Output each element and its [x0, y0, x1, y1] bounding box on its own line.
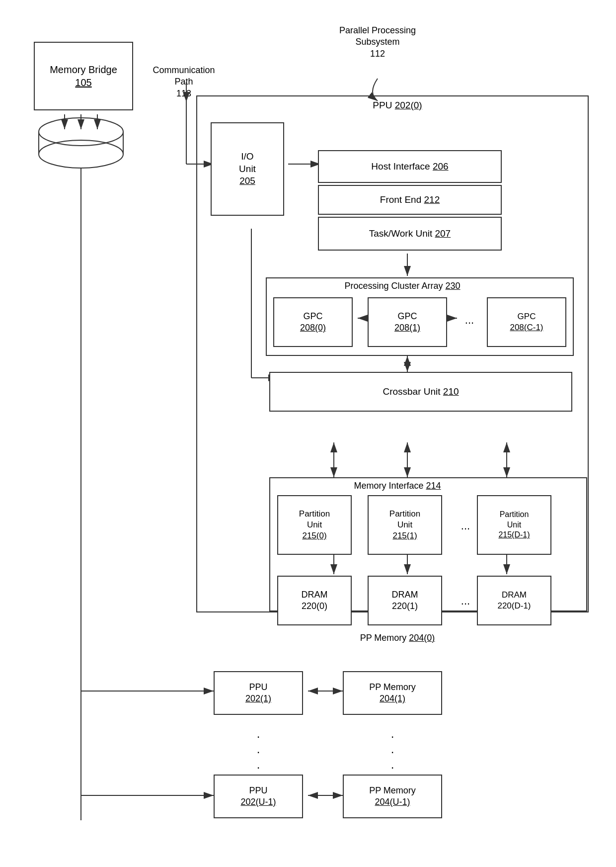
- crossbar-label: Crossbar Unit 210: [383, 386, 459, 398]
- memory-bridge-label: Memory Bridge: [50, 63, 117, 76]
- pps-text: Parallel Processing Subsystem: [339, 25, 416, 47]
- partition-dots-label: ...: [453, 519, 478, 533]
- partitionN-box: Partition Unit 215(D-1): [477, 495, 551, 555]
- gpc1-text: GPC: [397, 311, 417, 322]
- dots1b: .: [243, 741, 273, 757]
- dots2b: .: [378, 741, 407, 757]
- memory-bridge-num: 105: [75, 76, 91, 89]
- pmN-text: PP Memory: [369, 785, 416, 796]
- dram0-box: DRAM 220(0): [277, 576, 352, 625]
- io-unit-box: I/O Unit 205: [211, 122, 284, 216]
- gpcN-num: 208(C-1): [510, 322, 543, 333]
- pps-arrow: [363, 74, 392, 106]
- host-interface-box: Host Interface 206: [318, 150, 502, 183]
- comm-path-arrow: [161, 77, 201, 110]
- io-unit-num: 205: [239, 175, 255, 187]
- dram1-box: DRAM 220(1): [368, 576, 442, 625]
- pmN-num: 204(U-1): [375, 796, 410, 808]
- host-interface-label: Host Interface 206: [371, 161, 448, 173]
- gpc0-num: 208(0): [300, 322, 326, 334]
- dram0-text: DRAM 220(0): [302, 589, 328, 612]
- gpc-dots-text: ...: [465, 314, 474, 326]
- pm0-text: PP Memory 204(0): [360, 633, 435, 643]
- front-end-box: Front End 212: [318, 185, 502, 215]
- row-dots2-label: . . .: [378, 726, 407, 773]
- p1-text: Partition Unit: [389, 509, 420, 530]
- task-work-label: Task/Work Unit 207: [369, 228, 451, 240]
- memory-interface-label: Memory Interface 214: [328, 480, 467, 492]
- p1-num: 215(1): [392, 530, 417, 541]
- dd-text: ...: [461, 595, 470, 607]
- gpcN-box: GPC 208(C-1): [487, 297, 566, 347]
- pm1-text: PP Memory: [369, 682, 416, 693]
- diagram: Memory Bridge 105 Communication Path 113…: [0, 0, 616, 867]
- p0-num: 215(0): [302, 530, 326, 541]
- front-end-label: Front End 212: [380, 194, 440, 206]
- gpc0-box: GPC 208(0): [273, 297, 353, 347]
- pN-text: Partition Unit: [500, 510, 529, 530]
- pps-label: Parallel Processing Subsystem 112: [303, 25, 452, 60]
- pd-text: ...: [461, 520, 470, 532]
- memory-bridge-box: Memory Bridge 105: [34, 42, 133, 110]
- row-dots1-label: . . .: [243, 726, 273, 773]
- ppu1-num: 202(1): [245, 693, 271, 704]
- pN-num: 215(D-1): [498, 530, 530, 540]
- pca-text: Processing Cluster Array 230: [344, 281, 460, 291]
- task-work-box: Task/Work Unit 207: [318, 217, 502, 251]
- dramN-box: DRAM 220(D-1): [477, 576, 551, 625]
- ppuN-box: PPU 202(U-1): [214, 775, 303, 818]
- pp-memory1-box: PP Memory 204(1): [343, 671, 442, 715]
- pm1-num: 204(1): [380, 693, 405, 704]
- partition1-box: Partition Unit 215(1): [368, 495, 442, 555]
- svg-point-3: [39, 140, 123, 168]
- gpc1-num: 208(1): [394, 322, 420, 334]
- dram1-text: DRAM 220(1): [392, 589, 418, 612]
- gpc1-box: GPC 208(1): [368, 297, 447, 347]
- dots2a: .: [378, 726, 407, 741]
- ppu1-text: PPU: [249, 682, 267, 693]
- io-unit-label: I/O Unit: [239, 151, 256, 175]
- pp-memoryN-box: PP Memory 204(U-1): [343, 775, 442, 818]
- ppu1-box: PPU 202(1): [214, 671, 303, 715]
- crossbar-box: Crossbar Unit 210: [269, 372, 572, 412]
- gpcN-text: GPC: [518, 311, 536, 322]
- partition0-box: Partition Unit 215(0): [277, 495, 352, 555]
- mi-text: Memory Interface 214: [354, 481, 441, 491]
- ppuN-text: PPU: [249, 785, 267, 796]
- dots2c: .: [378, 757, 407, 772]
- ppuN-num: 202(U-1): [240, 796, 276, 808]
- dots1a: .: [243, 726, 273, 741]
- dots1c: .: [243, 757, 273, 772]
- dram-dots-label: ...: [453, 594, 478, 608]
- gpc0-text: GPC: [303, 311, 322, 322]
- pp-memory0-label: PP Memory 204(0): [328, 632, 467, 644]
- p0-text: Partition Unit: [299, 509, 330, 530]
- pca-label: Processing Cluster Array 230: [308, 280, 497, 292]
- dramN-text: DRAM 220(D-1): [497, 590, 531, 611]
- svg-point-4: [39, 118, 123, 146]
- pps-num: 112: [370, 49, 385, 59]
- gpc-dots-label: ...: [457, 313, 482, 328]
